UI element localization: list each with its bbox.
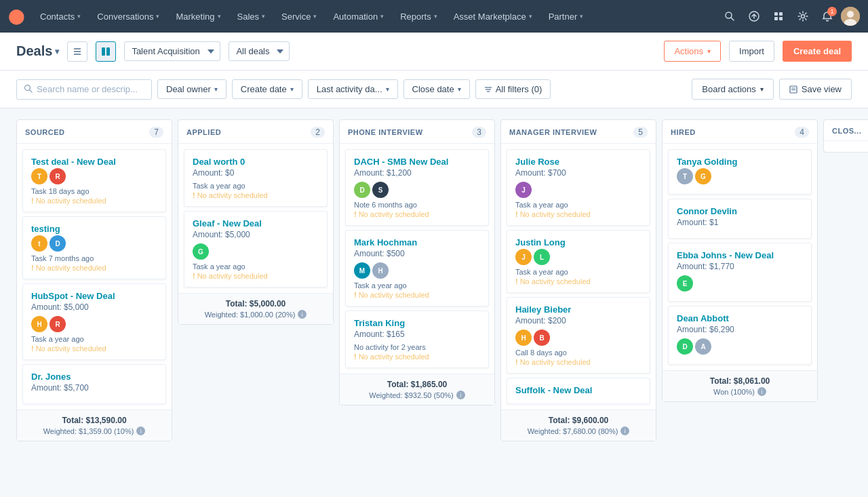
nav-automation[interactable]: Automation ▾ <box>326 0 391 33</box>
deal-task: Task a year ago <box>515 268 642 276</box>
footer-total: Total: $1,865.00 <box>348 380 486 389</box>
create-deal-button[interactable]: Create deal <box>783 41 852 62</box>
info-icon[interactable]: i <box>298 310 307 319</box>
deal-card[interactable]: Tanya Golding TG <box>668 149 812 195</box>
notifications-button[interactable]: 1 <box>816 5 838 27</box>
avatar: D <box>50 235 66 252</box>
deal-card[interactable]: Test deal - New Deal TR Task 18 days ago… <box>22 149 166 212</box>
deal-card[interactable]: Hailey Bieber Amount: $200 HB Call 8 day… <box>507 297 650 374</box>
pipeline-selector[interactable]: Talent Acquisition <box>124 41 220 61</box>
search-input[interactable] <box>37 84 138 94</box>
deal-no-activity: No activity scheduled <box>31 264 157 272</box>
deal-task: Task a year ago <box>193 262 319 271</box>
nav-service[interactable]: Service ▾ <box>275 0 323 33</box>
deal-card[interactable]: Julie Rose Amount: $700 J Task a year ag… <box>507 149 650 226</box>
avatar: D <box>354 182 370 198</box>
deal-name: Deal worth 0 <box>193 157 319 167</box>
avatar: J <box>515 182 532 198</box>
column-count: 7 <box>149 127 163 138</box>
avatar-row: JL <box>515 249 642 265</box>
upgrade-button[interactable] <box>743 5 765 27</box>
avatar-row: HB <box>515 330 642 346</box>
column-footer: Total: $9,600.00 Weighted: $7,680.00 (80… <box>501 410 656 441</box>
board-actions-button[interactable]: Board actions ▾ <box>692 79 774 100</box>
deal-card[interactable]: testing tD Task 7 months ago No activity… <box>22 216 166 279</box>
nav-partner[interactable]: Partner ▾ <box>542 0 591 33</box>
column-sourced: SOURCED 7 Test deal - New Deal TR Task 1… <box>16 119 172 441</box>
search-button[interactable] <box>719 5 741 27</box>
deal-no-activity: No activity scheduled <box>193 191 319 199</box>
chevron-down-icon: ▾ <box>214 85 218 93</box>
deal-card[interactable]: HubSpot - New Deal Amount: $5,000 HR Tas… <box>22 283 166 360</box>
avatar-row: G <box>193 243 319 260</box>
footer-total: Total: $8,061.00 <box>671 376 809 386</box>
deal-task: Task 18 days ago <box>31 187 157 195</box>
column-name: APPLIED <box>186 128 221 136</box>
apps-button[interactable] <box>768 5 789 27</box>
footer-weighted: Weighted: $7,680.00 (80%) i <box>509 426 648 435</box>
notification-badge: 1 <box>827 7 837 16</box>
deal-card[interactable]: DACH - SMB New Deal Amount: $1,200 DS No… <box>345 149 489 226</box>
svg-rect-14 <box>102 47 105 56</box>
deal-card[interactable]: Dr. Jones Amount: $5,700 <box>22 364 166 404</box>
nav-conversations[interactable]: Conversations ▾ <box>90 0 166 33</box>
column-name: PHONE INTERVIEW <box>348 128 423 136</box>
svg-point-9 <box>847 11 854 18</box>
column-count: 4 <box>795 127 809 138</box>
deal-meta: Task 18 days ago No activity scheduled <box>31 187 157 205</box>
deals-title[interactable]: Deals ▾ <box>16 43 59 59</box>
board-view-button[interactable] <box>96 41 116 62</box>
search-box[interactable] <box>16 79 152 100</box>
deal-meta: Task a year ago No activity scheduled <box>193 262 319 280</box>
nav-sales[interactable]: Sales ▾ <box>231 0 273 33</box>
nav-asset-marketplace[interactable]: Asset Marketplace ▾ <box>447 0 539 33</box>
deal-amount: Amount: $5,000 <box>193 230 319 239</box>
info-icon[interactable]: i <box>456 391 465 399</box>
svg-point-7 <box>802 15 805 18</box>
deal-card[interactable]: Gleaf - New Deal Amount: $5,000 G Task a… <box>184 211 328 287</box>
deal-amount: Amount: $165 <box>354 330 480 339</box>
footer-weighted: Weighted: $1,359.00 (10%) i <box>25 426 163 435</box>
deal-card[interactable]: Connor Devlin Amount: $1 <box>668 199 812 239</box>
filter-selector[interactable]: All deals <box>229 41 290 61</box>
nav-marketing[interactable]: Marketing ▾ <box>169 0 227 33</box>
column-count: 5 <box>633 127 648 138</box>
settings-button[interactable] <box>792 5 814 27</box>
footer-total: Total: $5,000.00 <box>186 299 325 309</box>
deal-meta: Task a year ago No activity scheduled <box>515 268 642 285</box>
user-avatar[interactable] <box>841 7 860 26</box>
info-icon[interactable]: i <box>136 426 145 435</box>
deal-task: Task 7 months ago <box>31 254 157 262</box>
deal-card[interactable]: Ebba Johns - New Deal Amount: $1,770 E <box>668 243 812 302</box>
chevron-down-icon: ▾ <box>313 13 317 20</box>
deal-meta: Call 8 days ago No activity scheduled <box>515 349 642 366</box>
deal-card[interactable]: Dean Abbott Amount: $6,290 DA <box>668 306 812 365</box>
svg-rect-6 <box>779 17 783 20</box>
nav-reports[interactable]: Reports ▾ <box>393 0 444 33</box>
deal-meta: Task a year ago No activity scheduled <box>193 182 319 199</box>
deal-card[interactable]: Deal worth 0 Amount: $0 Task a year ago … <box>184 149 328 207</box>
all-filters-button[interactable]: All filters (0) <box>475 79 551 99</box>
info-icon[interactable]: i <box>757 387 766 396</box>
list-view-button[interactable] <box>67 41 87 62</box>
search-icon <box>24 84 33 95</box>
save-view-button[interactable]: Save view <box>779 79 852 100</box>
info-icon[interactable]: i <box>620 426 629 435</box>
deal-amount: Amount: $200 <box>515 316 642 325</box>
deal-owner-filter[interactable]: Deal owner ▾ <box>157 79 226 99</box>
hubspot-logo[interactable]: ⬤ <box>8 7 25 25</box>
deal-card[interactable]: Justin Long JL Task a year ago No activi… <box>507 230 650 293</box>
nav-contacts[interactable]: Contacts ▾ <box>33 0 87 33</box>
deal-name: Dr. Jones <box>31 372 157 382</box>
last-activity-filter[interactable]: Last activity da... ▾ <box>308 79 398 99</box>
chevron-down-icon: ▾ <box>290 85 294 93</box>
close-date-filter[interactable]: Close date ▾ <box>403 79 470 99</box>
column-count: 3 <box>472 127 486 138</box>
create-date-filter[interactable]: Create date ▾ <box>232 79 302 99</box>
deal-card[interactable]: Mark Hochman Amount: $500 MH Task a year… <box>345 230 489 306</box>
avatar: R <box>50 316 66 332</box>
deal-card[interactable]: Tristan King Amount: $165 No activity fo… <box>345 311 489 368</box>
deal-card[interactable]: Suffolk - New Deal <box>507 378 650 404</box>
import-button[interactable]: Import <box>729 41 774 62</box>
actions-button[interactable]: Actions ▾ <box>664 41 721 62</box>
